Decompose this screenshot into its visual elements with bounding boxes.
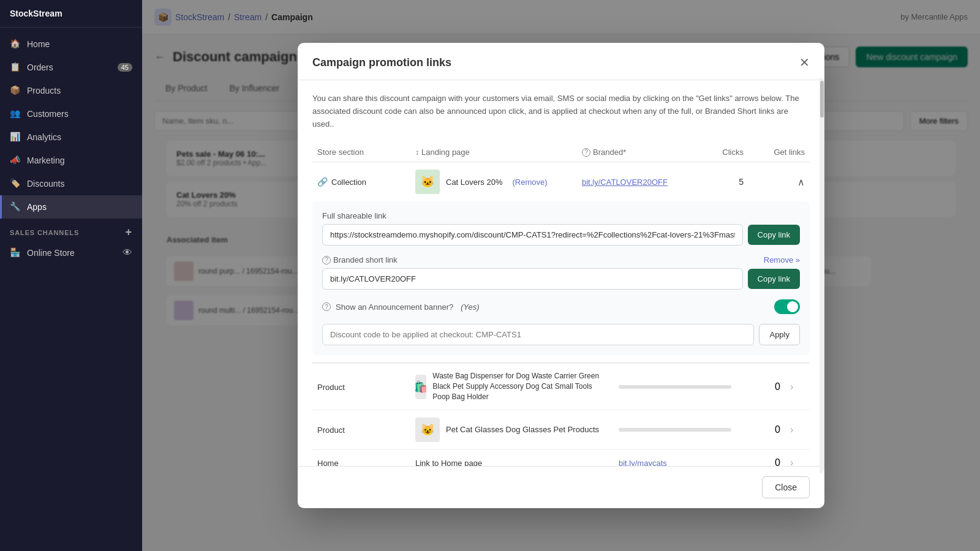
branded-link-group: ? Branded short link Remove » Copy link [322,255,800,290]
modal-header: Campaign promotion links ✕ [298,43,824,80]
sidebar-item-home[interactable]: 🏠 Home [0,32,142,56]
copy-full-link-button[interactable]: Copy link [748,225,800,245]
expanded-section: Full shareable link Copy link ? Bra [312,201,810,355]
full-link-group: Full shareable link Copy link [322,211,800,246]
sidebar-item-orders[interactable]: 📋 Orders 45 [0,56,142,79]
modal-close-button[interactable]: ✕ [799,55,810,70]
modal-scrollbar [820,78,824,473]
collection-branded: bit.ly/CATLOVER20OFF [577,176,699,187]
header-get-links: Get links [748,148,810,157]
announcement-yes: (Yes) [461,302,479,312]
branded-link-label: ? Branded short link Remove » [322,255,800,264]
sidebar-nav: 🏠 Home 📋 Orders 45 📦 Products 👥 Customer… [0,28,142,551]
customers-icon: 👥 [10,108,21,119]
sidebar-item-label: Customers [27,109,69,119]
sidebar-item-label: Online Store [27,248,75,258]
modal-scrollbar-thumb [820,81,824,118]
home-landing-page: Link to Home page [410,457,614,466]
branded-url-link[interactable]: bit.ly/CATLOVER20OFF [582,178,668,187]
product-1-info: 🛍️ Waste Bag Dispenser for Dog Waste Car… [410,371,614,402]
home-clicks: 0 [736,457,785,466]
modal: Campaign promotion links ✕ You can share… [298,43,824,508]
product-2-section: Product [312,424,410,435]
remove-branded-link-button[interactable]: Remove » [764,255,800,264]
branded-link-row: Copy link [322,268,800,290]
header-clicks: Clicks [699,148,748,157]
announcement-row: ? Show an Announcement banner? (Yes) [322,299,800,314]
collection-row: 🔗 Collection 🐱 Cat Lovers 20% (Remove) [312,162,810,363]
eye-icon: 👁 [123,247,132,258]
product-2-info: 😺 Pet Cat Glasses Dog Glasses Pet Produc… [410,418,614,442]
home-section: Home [312,457,410,466]
sidebar-item-products[interactable]: 📦 Products [0,79,142,102]
product-1-thumb: 🛍️ [415,375,426,399]
product-1-chevron[interactable]: › [785,381,810,392]
home-icon: 🏠 [10,39,21,50]
sidebar-item-label: Orders [27,62,53,72]
modal-body[interactable]: You can share this discount campaign wit… [298,80,824,466]
sidebar-logo: StockStream [0,0,142,28]
sidebar-item-label: Discounts [27,179,64,189]
header-branded: ? Branded* [577,148,699,157]
orders-badge: 45 [118,63,132,72]
link-icon: 🔗 [317,177,328,187]
analytics-icon: 📊 [10,132,21,143]
sidebar: StockStream 🏠 Home 📋 Orders 45 📦 Product… [0,0,142,551]
sidebar-item-discounts[interactable]: 🏷️ Discounts [0,172,142,195]
marketing-icon: 📣 [10,155,21,166]
landing-thumbnail: 🐱 [415,170,440,194]
sales-channels-section: SALES CHANNELS + [0,219,142,241]
modal-close-button-footer[interactable]: Close [762,476,810,498]
sidebar-item-label: Analytics [27,132,61,142]
announcement-help-icon: ? [322,302,331,311]
sidebar-item-customers[interactable]: 👥 Customers [0,102,142,126]
product-2-chevron[interactable]: › [785,424,810,435]
sidebar-item-label: Apps [27,202,47,212]
apps-icon: 🔧 [10,201,21,212]
expand-collection-button[interactable]: ∧ [797,176,805,188]
modal-title: Campaign promotion links [312,56,451,69]
apply-discount-button[interactable]: Apply [759,324,800,345]
discounts-icon: 🏷️ [10,178,21,189]
links-table-header: Store section ↕ Landing page ? Branded* … [312,143,810,162]
products-icon: 📦 [10,85,21,96]
product-row-2: Product 😺 Pet Cat Glasses Dog Glasses Pe… [312,410,810,449]
home-branded-url[interactable]: bit.ly/maycats [619,459,667,466]
header-landing-page: ↕ Landing page [410,148,577,157]
online-store-icon: 🏪 [10,247,21,258]
main-content: 📦 StockStream / Stream / Campaign by Mer… [142,0,980,551]
modal-footer: Close [298,466,824,508]
product-1-section: Product [312,381,410,392]
sidebar-item-apps[interactable]: 🔧 Apps [0,195,142,219]
remove-collection-link[interactable]: (Remove) [513,178,548,187]
collection-landing-page: 🐱 Cat Lovers 20% (Remove) [410,170,577,194]
orders-icon: 📋 [10,62,21,73]
full-link-input[interactable] [322,224,743,246]
announcement-toggle[interactable] [774,299,800,314]
copy-branded-link-button[interactable]: Copy link [748,269,800,289]
product-1-progress [614,385,736,389]
sidebar-item-label: Home [27,39,50,49]
home-branded: bit.ly/maycats [614,457,736,466]
collection-store-section: 🔗 Collection [312,177,410,187]
collection-row-header: 🔗 Collection 🐱 Cat Lovers 20% (Remove) [312,162,810,201]
sidebar-item-online-store[interactable]: 🏪 Online Store 👁 [0,241,142,264]
collection-clicks: 5 [699,177,748,187]
home-row: Home Link to Home page bit.ly/maycats 0 … [312,449,810,466]
modal-description: You can share this discount campaign wit… [312,92,810,130]
home-chevron[interactable]: › [785,457,810,466]
sidebar-item-label: Marketing [27,156,64,165]
add-sales-channel-icon[interactable]: + [126,226,132,239]
product-1-clicks: 0 [736,381,785,392]
header-store-section: Store section [312,148,410,157]
collection-get-links: ∧ [748,176,810,188]
sidebar-item-marketing[interactable]: 📣 Marketing [0,149,142,172]
discount-code-row: Apply [322,324,800,345]
product-2-thumb: 😺 [415,418,440,442]
full-link-row: Copy link [322,224,800,246]
discount-code-input[interactable] [322,324,754,345]
modal-overlay: Campaign promotion links ✕ You can share… [142,0,980,551]
branded-link-input[interactable] [322,268,743,290]
sidebar-item-analytics[interactable]: 📊 Analytics [0,126,142,149]
sidebar-item-label: Products [27,86,61,96]
